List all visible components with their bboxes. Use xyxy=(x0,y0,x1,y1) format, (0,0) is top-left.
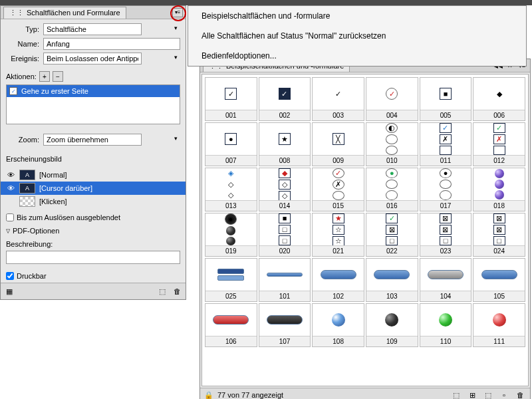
sample-item-003[interactable]: ✓003 xyxy=(312,77,364,121)
sample-item-108[interactable]: 108 xyxy=(312,303,364,347)
states-list: 👁 A [Normal] 👁 A [Cursor darüber] [Klick… xyxy=(1,168,186,208)
sample-label: 023 xyxy=(420,245,471,256)
add-action-button[interactable]: + xyxy=(39,71,50,82)
sample-label: 021 xyxy=(313,245,364,256)
panel-footer: ▦ ⬚ 🗑 xyxy=(1,283,186,299)
new-icon[interactable]: ▫ xyxy=(498,390,510,399)
sample-preview xyxy=(473,259,525,291)
sample-item-014[interactable]: ◆◇◇014 xyxy=(259,168,311,211)
buttons-forms-panel: ⋮⋮ Schaltflächen und Formulare ▾≡ Typ: N… xyxy=(0,5,186,300)
sample-label: 108 xyxy=(313,336,364,346)
name-input[interactable] xyxy=(43,38,180,50)
state-click[interactable]: [Klicken] xyxy=(1,195,186,208)
triangle-down-icon: ▽ xyxy=(6,228,10,234)
visibility-icon[interactable]: 👁 xyxy=(6,184,15,192)
sample-item-020[interactable]: ■□□020 xyxy=(259,213,311,257)
sample-item-006[interactable]: ◆006 xyxy=(473,77,525,121)
sample-label: 007 xyxy=(205,155,257,166)
panel-tab[interactable]: ⋮⋮ Schaltflächen und Formulare xyxy=(3,7,126,19)
sample-item-016[interactable]: ●016 xyxy=(366,168,418,211)
printable-checkbox[interactable] xyxy=(6,272,14,280)
action-item[interactable]: ✓ Gehe zu erster Seite xyxy=(7,85,180,97)
sample-item-002[interactable]: ✓002 xyxy=(259,77,311,121)
sample-item-019[interactable]: ◉019 xyxy=(205,213,257,257)
sample-item-009[interactable]: ╳009 xyxy=(312,122,364,166)
sample-item-102[interactable]: 102 xyxy=(312,258,364,302)
sample-item-025[interactable]: 025 xyxy=(205,258,257,302)
footer-icon-1[interactable]: ⬚ xyxy=(450,390,462,399)
sample-item-024[interactable]: ⊠⊠□024 xyxy=(473,213,525,257)
menu-panel-options[interactable]: Bedienfeldoptionen... xyxy=(188,46,526,66)
sample-item-015[interactable]: ✓✗015 xyxy=(312,168,364,211)
typ-select[interactable] xyxy=(43,23,142,35)
sample-label: 019 xyxy=(205,245,257,256)
sample-preview xyxy=(420,304,471,336)
ereignis-select[interactable] xyxy=(43,53,142,65)
sample-item-110[interactable]: 110 xyxy=(420,303,472,347)
panel-flyout-menu: Beispielschaltflächen und -formulare All… xyxy=(188,5,527,66)
sample-item-103[interactable]: 103 xyxy=(366,258,418,302)
sample-label: 103 xyxy=(366,291,418,301)
sample-item-001[interactable]: ✓001 xyxy=(205,77,257,121)
sample-item-017[interactable]: ●017 xyxy=(420,168,472,211)
sample-preview xyxy=(473,304,525,336)
sample-item-104[interactable]: 104 xyxy=(420,258,472,302)
sample-item-101[interactable]: 101 xyxy=(259,258,311,302)
sample-item-107[interactable]: 107 xyxy=(259,303,311,347)
sample-preview: ■ xyxy=(420,78,471,110)
sample-label: 025 xyxy=(205,291,257,301)
sample-preview: ✓ xyxy=(205,78,257,110)
footer-icon-2[interactable]: ⊞ xyxy=(466,390,478,399)
zoom-select[interactable] xyxy=(43,134,142,146)
actions-list[interactable]: ✓ Gehe zu erster Seite xyxy=(6,84,180,124)
sample-preview: ★☆☆ xyxy=(313,213,364,245)
sample-preview: ◉ xyxy=(205,213,257,245)
description-input[interactable] xyxy=(6,251,180,264)
sample-preview: ✓✗ xyxy=(313,168,364,200)
preview-icon[interactable]: ▦ xyxy=(3,286,15,297)
pdf-options-toggle[interactable]: ▽ PDF-Optionen xyxy=(1,224,186,237)
sample-preview xyxy=(366,259,418,291)
ereignis-label: Ereignis: xyxy=(6,55,39,63)
remove-action-button[interactable]: − xyxy=(53,71,63,82)
state-label: [Normal] xyxy=(39,171,67,179)
footer-icon-3[interactable]: ⬚ xyxy=(482,390,494,399)
sample-item-109[interactable]: 109 xyxy=(366,303,418,347)
pdf-options-label: PDF-Optionen xyxy=(13,227,59,235)
sample-item-106[interactable]: 106 xyxy=(205,303,257,347)
sample-preview: ✓⊠□ xyxy=(366,213,418,245)
sample-item-018[interactable]: 018 xyxy=(473,168,525,211)
sample-item-021[interactable]: ★☆☆021 xyxy=(312,213,364,257)
sample-item-012[interactable]: ✓✗012 xyxy=(473,122,525,166)
trash-icon[interactable]: 🗑 xyxy=(514,390,526,399)
sample-item-007[interactable]: ●007 xyxy=(205,122,257,166)
sample-item-023[interactable]: ⊠⊠□023 xyxy=(420,213,472,257)
sample-item-011[interactable]: ✓✗011 xyxy=(420,122,472,166)
printable-label: Druckbar xyxy=(17,272,47,280)
sample-item-010[interactable]: ◐010 xyxy=(366,122,418,166)
sample-preview: ⊠⊠□ xyxy=(420,213,471,245)
sample-item-111[interactable]: 111 xyxy=(473,303,525,347)
sample-item-105[interactable]: 105 xyxy=(473,258,525,302)
state-label: [Cursor darüber] xyxy=(39,184,92,192)
sample-item-008[interactable]: ★008 xyxy=(259,122,311,166)
sample-label: 015 xyxy=(313,200,364,211)
sample-preview xyxy=(366,304,418,336)
state-normal[interactable]: 👁 A [Normal] xyxy=(1,168,186,182)
visibility-icon[interactable]: 👁 xyxy=(6,171,15,179)
panel-menu-button[interactable]: ▾≡ xyxy=(172,8,183,17)
sample-item-005[interactable]: ■005 xyxy=(420,77,472,121)
action-checkbox[interactable]: ✓ xyxy=(9,87,17,95)
delete-icon[interactable]: 🗑 xyxy=(171,286,183,297)
sample-grid[interactable]: ✓001✓002✓003✓004■005◆006●007★008╳009◐010… xyxy=(201,74,529,386)
sample-item-004[interactable]: ✓004 xyxy=(366,77,418,121)
grip-icon: ⋮⋮ xyxy=(9,9,24,17)
hidden-until-trigger-checkbox[interactable] xyxy=(6,213,14,221)
convert-icon[interactable]: ⬚ xyxy=(156,286,168,297)
menu-sample-buttons[interactable]: Beispielschaltflächen und -formulare xyxy=(188,6,526,26)
sample-label: 020 xyxy=(259,245,311,256)
sample-item-022[interactable]: ✓⊠□022 xyxy=(366,213,418,257)
state-hover[interactable]: 👁 A [Cursor darüber] xyxy=(1,182,186,195)
sample-item-013[interactable]: ◈◇◇013 xyxy=(205,168,257,211)
menu-reset-normal[interactable]: Alle Schaltflächen auf Status "Normal" z… xyxy=(188,26,526,46)
